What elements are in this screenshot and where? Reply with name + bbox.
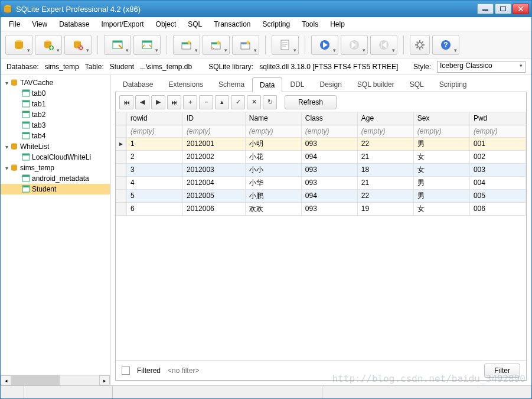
nav-commit-button[interactable]: ✓	[231, 95, 245, 109]
table-row[interactable]: 42012004小华09321男004	[116, 176, 526, 189]
nav-cancel-button[interactable]: ✕	[247, 95, 261, 109]
nav-next-button[interactable]: ▶	[151, 95, 165, 109]
tree-table-android-metadata[interactable]: android_metadata	[1, 173, 110, 184]
tree-table-localcloud[interactable]: LocalCloudWhiteLi	[1, 152, 110, 163]
nav-add-button[interactable]: ＋	[183, 95, 197, 109]
toolbar-settings-button[interactable]	[410, 35, 430, 55]
col-name[interactable]: Name	[245, 112, 301, 125]
tab-extensions[interactable]: Extensions	[161, 77, 211, 92]
tree-table-student[interactable]: Student	[1, 184, 110, 194]
database-label: Database:	[6, 63, 39, 71]
col-pwd[interactable]: Pwd	[469, 112, 526, 125]
tree-label: tab0	[32, 89, 45, 98]
toolbar-next-button[interactable]	[341, 35, 368, 55]
app-window: SQLite Expert Professional 4.2 (x86) Fil…	[0, 0, 532, 399]
tree-table-tab1[interactable]: tab1	[1, 99, 110, 109]
filtered-checkbox[interactable]	[122, 366, 130, 375]
toolbar-table2-button[interactable]	[133, 35, 161, 55]
svg-text:?: ?	[443, 41, 448, 49]
sidebar-scrollbar[interactable]: ◂ ▸	[1, 375, 110, 385]
toolbar-star3-button[interactable]	[232, 35, 259, 55]
filterbar: Filtered <no filter> Filter	[116, 360, 526, 380]
menu-import-export[interactable]: Import/Export	[97, 18, 149, 30]
toolbar-help-button[interactable]: ?	[432, 35, 459, 55]
menu-file[interactable]: File	[4, 18, 25, 30]
nav-reload-button[interactable]: ↻	[263, 95, 277, 109]
nav-prev-button[interactable]: ◀	[135, 95, 149, 109]
tree-db-tavcache[interactable]: ▾TAVCache	[1, 77, 110, 88]
toolbar-new-db-button[interactable]	[5, 35, 32, 55]
toolbar-table1-button[interactable]	[104, 35, 131, 55]
toolbar-doc-button[interactable]	[272, 35, 299, 55]
svg-rect-30	[22, 100, 30, 102]
tab-design[interactable]: Design	[312, 77, 349, 92]
table-row[interactable]: 52012005小鹏09422男005	[116, 189, 526, 202]
toolbar-remove-db-button[interactable]	[64, 35, 92, 55]
menu-tools[interactable]: Tools	[297, 18, 323, 30]
col-class[interactable]: Class	[301, 112, 357, 125]
menu-scripting[interactable]: Scripting	[258, 18, 295, 30]
tab-database[interactable]: Database	[115, 77, 161, 92]
scroll-left-icon[interactable]: ◂	[1, 375, 11, 385]
col-id[interactable]: ID	[183, 112, 246, 125]
svg-rect-10	[113, 41, 122, 43]
tree-table-tab4[interactable]: tab4	[1, 131, 110, 141]
menu-transaction[interactable]: Transaction	[209, 18, 255, 30]
tab-data[interactable]: Data	[252, 77, 282, 92]
menu-view[interactable]: View	[27, 18, 52, 30]
close-button[interactable]	[513, 4, 529, 14]
filtered-label: Filtered	[137, 366, 161, 375]
menu-help[interactable]: Help	[325, 18, 350, 30]
table-icon	[22, 111, 30, 119]
tab-schema[interactable]: Schema	[211, 77, 252, 92]
scroll-right-icon[interactable]: ▸	[99, 375, 110, 385]
tabstrip: Database Extensions Schema Data DDL Desi…	[115, 75, 527, 92]
svg-rect-39	[22, 154, 30, 155]
table-row[interactable]: 32012003小小09318女003	[116, 163, 526, 176]
minimize-button[interactable]	[477, 4, 494, 14]
table-row[interactable]: 22012002小花09421女002	[116, 150, 526, 163]
filter-button[interactable]: Filter	[484, 364, 520, 378]
col-rowid[interactable]: rowid	[127, 112, 183, 125]
data-grid[interactable]: rowid ID Name Class Age Sex Pwd (empty)(…	[116, 112, 526, 360]
menu-database[interactable]: Database	[54, 18, 94, 30]
tree-label: tab2	[32, 111, 45, 119]
tree-label: sims_temp	[20, 164, 54, 172]
refresh-button[interactable]: Refresh	[285, 95, 337, 109]
svg-rect-3	[501, 7, 506, 11]
tree-table-tab2[interactable]: tab2	[1, 109, 110, 120]
nav-remove-button[interactable]: －	[199, 95, 213, 109]
table-row[interactable]: ▸12012001小明09322男001	[116, 137, 526, 150]
lib-label: SQLite library:	[208, 63, 253, 71]
tree-db-whitelist[interactable]: ▾WhiteList	[1, 141, 110, 152]
svg-rect-32	[22, 111, 30, 113]
tab-ddl[interactable]: DDL	[282, 77, 312, 92]
tree-db-sims-temp[interactable]: ▾sims_temp	[1, 163, 110, 173]
nav-last-button[interactable]: ⏭	[167, 95, 181, 109]
maximize-button[interactable]	[495, 4, 511, 14]
nav-first-button[interactable]: ⏮	[119, 95, 133, 109]
col-age[interactable]: Age	[357, 112, 413, 125]
nav-edit-button[interactable]: ▴	[215, 95, 229, 109]
style-dropdown[interactable]: Iceberg Classico	[437, 61, 526, 73]
menu-object[interactable]: Object	[151, 18, 181, 30]
tab-scripting[interactable]: Scripting	[432, 77, 475, 92]
toolbar-add-db-button[interactable]	[35, 35, 62, 55]
toolbar-sep	[305, 35, 305, 54]
toolbar-star1-button[interactable]	[173, 35, 200, 55]
database-name: sims_temp	[45, 63, 79, 71]
table-row[interactable]: 62012006欢欢09319女006	[116, 202, 526, 215]
toolbar-play-button[interactable]	[311, 35, 338, 55]
toolbar-star2-button[interactable]	[203, 35, 230, 55]
filter-row[interactable]: (empty)(empty)(empty)(empty)(empty)(empt…	[116, 125, 526, 137]
menubar: File View Database Import/Export Object …	[1, 17, 531, 31]
tab-sql[interactable]: SQL	[402, 77, 432, 92]
menu-sql[interactable]: SQL	[183, 18, 207, 30]
table-icon	[22, 185, 30, 193]
toolbar-sep	[167, 35, 167, 54]
tree-table-tab3[interactable]: tab3	[1, 120, 110, 131]
col-sex[interactable]: Sex	[413, 112, 469, 125]
tree-table-tab0[interactable]: tab0	[1, 88, 110, 99]
tab-sql-builder[interactable]: SQL builder	[350, 77, 402, 92]
toolbar-prev-button[interactable]	[370, 35, 397, 55]
